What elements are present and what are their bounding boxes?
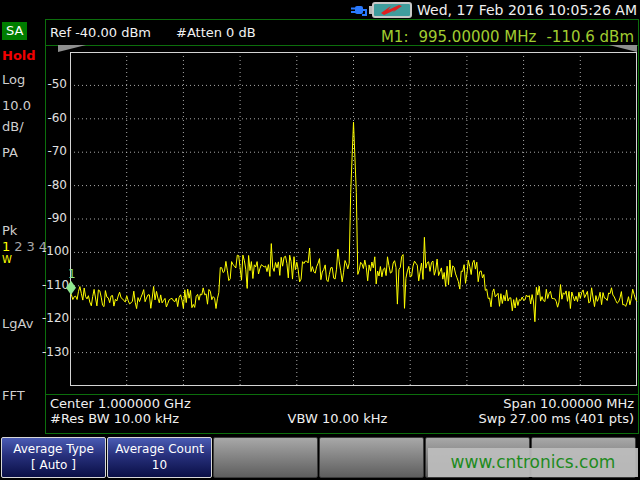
graticule-corner-right [609,45,637,52]
battery-charging-icon [369,2,412,18]
softkey-average-count[interactable]: Average Count 10 [107,437,212,478]
spectrum-plot: 1 [70,52,637,386]
softkey-label-line2: [ Auto ] [2,458,105,474]
y-axis-tick-label: -70 [42,144,67,158]
watermark: www.cntronics.com [428,448,638,477]
datetime: Wed, 17 Feb 2016 10:05:26 AM [417,2,637,18]
attenuation-readout: #Atten 0 dB [176,25,256,40]
preamp-annunciator: PA [2,145,18,160]
scale-type-annunciator: Log [2,72,25,87]
trace-state-annunciator: W [2,254,12,265]
softkey-label-line1: Average Type [2,442,105,458]
y-axis-tick-label: -60 [42,111,67,125]
spectrum-analyzer-screen: Wed, 17 Feb 2016 10:05:26 AM Ref -40.00 … [0,0,640,480]
hold-annunciator: Hold [2,48,36,63]
scale-unit-annunciator: dB/ [2,119,24,134]
marker-1-label: 1 [68,267,76,281]
softkey-label-line2: 10 [108,458,211,474]
span-annotation: Span 10.00000 MHz [340,396,634,411]
marker-readout: M1:995.00000 MHz-110.6 dBm [290,28,634,46]
detector-annunciator: Pk [2,223,17,238]
y-axis-tick-label: -90 [42,211,67,225]
y-axis-tick-label: -120 [42,311,67,325]
rbw-annotation: #Res BW 10.00 kHz [50,411,179,426]
trace-2-number: 2 [14,239,26,254]
softkey-blank-4[interactable] [319,437,424,478]
y-axis-tick-label: -130 [42,345,67,359]
y-axis-tick-label: -100 [42,244,67,258]
trace-3-number: 3 [27,239,39,254]
marker-readout-freq: 995.00000 MHz [418,28,536,46]
marker-readout-label: M1: [381,28,409,46]
mode-badge: SA [2,22,27,40]
scale-value-annunciator: 10.0 [2,98,31,113]
ref-level-readout: Ref -40.00 dBm [50,25,151,40]
softkey-label-line1: Average Count [108,442,211,458]
fft-annunciator: FFT [2,388,25,403]
sweep-annotation: Swp 27.00 ms (401 pts) [380,411,634,426]
average-type-annunciator: LgAv [2,316,33,331]
y-axis-tick-label: -110 [42,278,67,292]
marker-readout-ampl: -110.6 dBm [546,28,634,46]
center-freq-annotation: Center 1.000000 GHz [50,396,191,411]
sidebar: SA Hold Log 10.0 dB/ PA Pk 1234 W LgAv F… [0,19,45,433]
softkey-average-type[interactable]: Average Type [ Auto ] [1,437,106,478]
softkey-blank-3[interactable] [213,437,318,478]
annotation-separator [45,394,639,395]
graticule-border [71,53,637,386]
ac-power-icon [350,2,368,18]
trace-1-number: 1 [2,239,14,254]
graticule-corner-left [58,45,86,52]
y-axis-tick-label: -50 [42,77,67,91]
y-axis-tick-label: -80 [42,178,67,192]
